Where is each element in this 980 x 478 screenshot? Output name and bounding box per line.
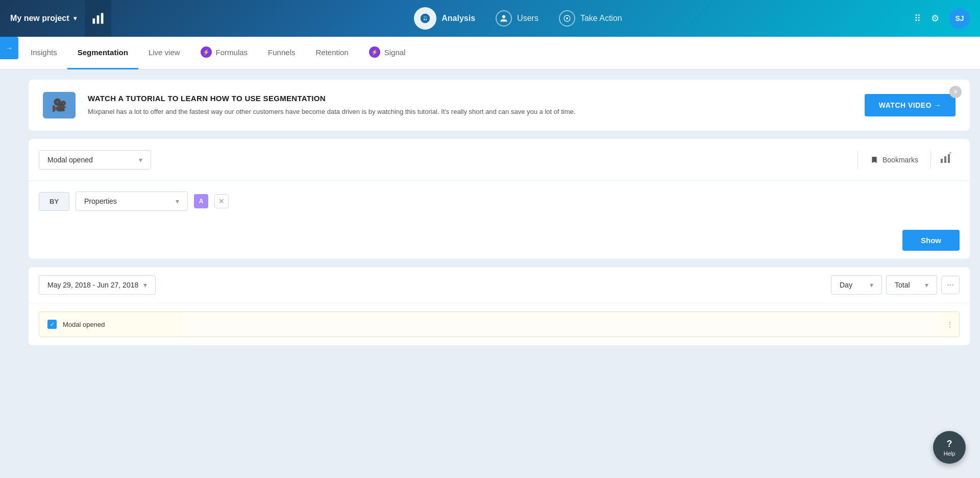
users-icon	[496, 10, 512, 27]
day-chevron-icon: ▾	[870, 281, 873, 289]
nav-center: Analysis Users Take Action	[158, 7, 878, 30]
row-data-area	[182, 312, 941, 337]
nav-analysis[interactable]: Analysis	[414, 7, 475, 30]
settings-icon[interactable]: ⚙	[931, 13, 939, 24]
nav-left: My new project ▾	[10, 0, 158, 37]
nav-take-action[interactable]: Take Action	[559, 10, 622, 27]
tutorial-banner: 🎥 WATCH A TUTORIAL TO LEARN HOW TO USE S…	[29, 80, 970, 131]
take-action-icon	[559, 10, 575, 27]
svg-text:+: +	[949, 152, 951, 156]
query-filter-row: BY Properties ▾ A ✕	[29, 181, 970, 222]
row-event-label: Modal opened	[63, 321, 105, 328]
bookmarks-button[interactable]: Bookmarks	[857, 151, 931, 169]
properties-dropdown[interactable]: Properties ▾	[76, 192, 188, 211]
help-label: Help	[944, 450, 955, 457]
results-right-controls: Day ▾ Total ▾ ···	[831, 275, 960, 295]
date-range-dropdown[interactable]: May 29, 2018 - Jun 27, 2018 ▾	[39, 275, 156, 295]
tab-signal[interactable]: ⚡ Signal	[359, 37, 416, 69]
table-row: ✓ Modal opened ⋮	[39, 312, 960, 337]
chart-add-button[interactable]: +	[931, 147, 960, 172]
help-button[interactable]: ? Help	[933, 431, 966, 464]
chevron-down-icon: ▾	[74, 15, 77, 22]
query-top-row: Modal opened ▾ Bookmarks +	[29, 139, 970, 181]
close-banner-button[interactable]: ✕	[949, 86, 962, 98]
user-avatar[interactable]: SJ	[949, 8, 970, 29]
show-button[interactable]: Show	[902, 230, 960, 251]
grid-icon[interactable]: ⠿	[914, 13, 921, 24]
watch-video-button[interactable]: WATCH VIDEO →	[865, 94, 955, 116]
results-section: May 29, 2018 - Jun 27, 2018 ▾ Day ▾ Tota…	[29, 267, 970, 345]
date-chevron-icon: ▾	[143, 281, 147, 289]
tab-segmentation[interactable]: Segmentation	[67, 37, 138, 69]
svg-point-5	[566, 17, 568, 19]
total-chevron-icon: ▾	[925, 281, 928, 289]
top-navigation: My new project ▾ Analysis	[0, 0, 980, 37]
nav-right: ⠿ ⚙ SJ	[878, 8, 970, 29]
svg-rect-7	[944, 156, 946, 163]
day-dropdown[interactable]: Day ▾	[831, 275, 882, 295]
help-icon: ?	[947, 439, 952, 449]
svg-rect-6	[941, 159, 943, 163]
bookmark-icon	[870, 156, 878, 164]
tab-formulas[interactable]: ⚡ Formulas	[190, 37, 258, 69]
nav-users[interactable]: Users	[496, 10, 538, 27]
tab-live-view[interactable]: Live view	[138, 37, 190, 69]
tab-retention[interactable]: Retention	[305, 37, 358, 69]
svg-rect-0	[92, 18, 95, 24]
analysis-logo	[414, 7, 436, 30]
more-options-button[interactable]: ···	[941, 276, 960, 294]
row-checkbox[interactable]: ✓	[47, 320, 57, 329]
video-camera-icon: 🎥	[43, 92, 76, 118]
query-actions: Bookmarks +	[857, 147, 960, 172]
total-dropdown[interactable]: Total ▾	[886, 275, 937, 295]
results-header: May 29, 2018 - Jun 27, 2018 ▾ Day ▾ Tota…	[29, 267, 970, 303]
banner-description: Mixpanel has a lot to offer and the fast…	[88, 107, 852, 117]
svg-rect-2	[101, 13, 103, 24]
banner-title: WATCH A TUTORIAL TO LEARN HOW TO USE SEG…	[88, 94, 852, 103]
tabs-bar: Insights Segmentation Live view ⚡ Formul…	[0, 37, 980, 69]
banner-text: WATCH A TUTORIAL TO LEARN HOW TO USE SEG…	[88, 94, 852, 117]
bar-chart-icon	[91, 11, 105, 26]
tab-funnels[interactable]: Funnels	[258, 37, 305, 69]
show-button-row: Show	[29, 222, 970, 259]
dropdown-chevron-icon: ▾	[139, 156, 142, 164]
type-badge: A	[194, 194, 208, 208]
main-content: 🎥 WATCH A TUTORIAL TO LEARN HOW TO USE S…	[0, 69, 980, 478]
signal-icon: ⚡	[369, 46, 380, 58]
properties-chevron-icon: ▾	[176, 197, 179, 205]
results-table-area: ✓ Modal opened ⋮	[29, 303, 970, 345]
formulas-icon: ⚡	[201, 46, 212, 58]
query-section: Modal opened ▾ Bookmarks +	[29, 139, 970, 259]
side-toggle-button[interactable]: →	[0, 37, 18, 59]
event-dropdown[interactable]: Modal opened ▾	[39, 150, 151, 170]
tab-insights[interactable]: Insights	[20, 37, 67, 69]
nav-chart-icon-box[interactable]	[85, 0, 111, 37]
row-checkbox-cell: ✓ Modal opened	[39, 314, 182, 335]
by-label: BY	[39, 192, 69, 211]
row-menu-button[interactable]: ⋮	[941, 314, 959, 334]
project-name[interactable]: My new project ▾	[10, 14, 77, 23]
svg-rect-1	[96, 15, 99, 23]
remove-filter-button[interactable]: ✕	[214, 194, 229, 208]
